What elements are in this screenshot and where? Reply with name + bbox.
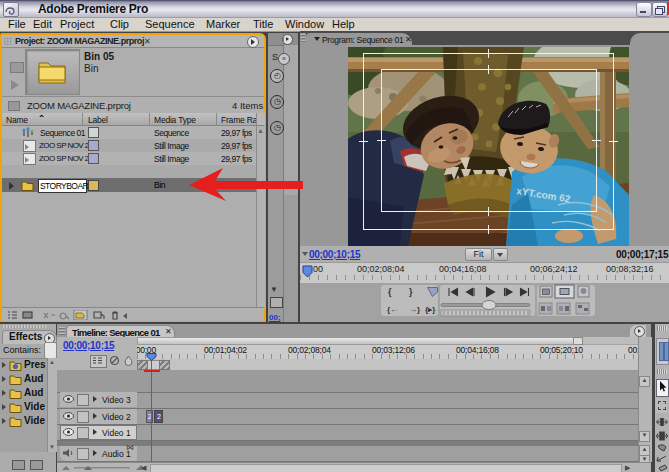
svg-text:}: } <box>409 287 413 297</box>
svg-text:{: { <box>388 287 392 297</box>
svg-text:→}: →} <box>409 305 420 314</box>
svg-text:{▸}: {▸} <box>425 305 435 314</box>
svg-text:{←: {← <box>387 305 398 314</box>
